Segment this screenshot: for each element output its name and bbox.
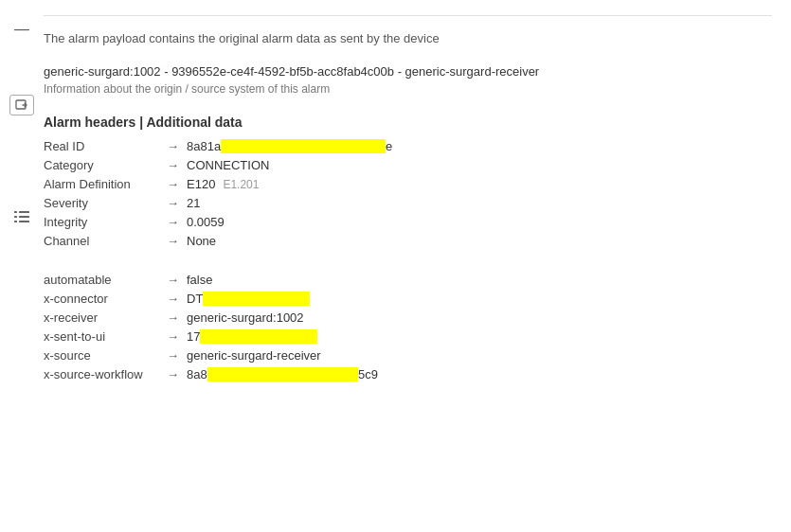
arrow-category: → [167, 158, 179, 172]
field-value-category: CONNECTION [187, 158, 269, 172]
x-connector-prefix: DT [187, 292, 203, 306]
arrow-real-id: → [167, 139, 179, 153]
arrow-x-sent-to-ui: → [167, 329, 179, 344]
x-source-workflow-suffix: 5c9 [358, 367, 378, 381]
x-source-workflow-prefix: 8a8 [187, 367, 207, 381]
field-value-x-receiver: generic-surgard:1002 [187, 310, 304, 325]
svg-rect-5 [14, 221, 17, 222]
field-label-x-source: x-source [44, 348, 167, 363]
field-label-integrity: Integrity [44, 215, 167, 229]
field-value-severity: 21 [187, 196, 200, 210]
arrow-automatable: → [167, 273, 179, 287]
field-value-x-source-workflow: 8a8 5c9 [187, 367, 378, 381]
svg-rect-2 [19, 211, 29, 213]
x-sent-highlight [200, 329, 316, 344]
x-connector-highlight [203, 292, 309, 306]
svg-rect-3 [14, 216, 17, 218]
field-value-x-connector: DT [187, 292, 310, 306]
arrow-x-source-workflow: → [167, 367, 179, 381]
arrow-x-source: → [167, 348, 179, 363]
field-label-x-source-workflow: x-source-workflow [44, 367, 167, 381]
field-value-integrity: 0.0059 [187, 215, 225, 229]
field-label-severity: Severity [44, 196, 167, 210]
real-id-prefix: 8a81a [187, 139, 221, 153]
headers-title: Alarm headers | Additional data [44, 115, 772, 130]
field-value-automatable: false [187, 273, 212, 287]
alarm-payload-text: The alarm payload contains the original … [44, 26, 772, 45]
field-value-alarm-def: E120 [187, 177, 215, 191]
field-value-x-source: generic-surgard-receiver [187, 348, 321, 363]
x-sent-prefix: 17 [187, 329, 200, 344]
field-label-real-id: Real ID [44, 139, 167, 153]
field-label-x-sent-to-ui: x-sent-to-ui [44, 329, 167, 344]
field-row-real-id: Real ID → 8a81a e [44, 139, 772, 153]
field-row-x-connector: x-connector → DT [44, 292, 772, 306]
field-label-channel: Channel [44, 234, 167, 248]
arrow-severity: → [167, 196, 179, 210]
arrow-channel: → [167, 234, 179, 248]
field-label-alarm-def: Alarm Definition [44, 177, 167, 191]
field-label-automatable: automatable [44, 273, 167, 287]
field-value-channel: None [187, 234, 216, 248]
arrow-integrity: → [167, 215, 179, 229]
real-id-suffix: e [386, 139, 392, 153]
alarm-payload-section: The alarm payload contains the original … [44, 26, 772, 45]
arrow-x-receiver: → [167, 310, 179, 325]
alarm-def-extra: E1.201 [223, 178, 259, 191]
arrow-alarm-def: → [167, 177, 179, 191]
source-icon [9, 95, 34, 115]
source-info: Information about the origin / source sy… [44, 82, 772, 96]
field-row-integrity: Integrity → 0.0059 [44, 215, 772, 229]
field-row-channel: Channel → None [44, 234, 772, 248]
arrow-x-connector: → [167, 292, 179, 306]
list-icon[interactable] [14, 210, 29, 227]
real-id-highlight [221, 139, 386, 153]
field-row-x-sent-to-ui: x-sent-to-ui → 17 [44, 329, 772, 344]
headers-section: Alarm headers | Additional data Real ID … [44, 115, 772, 248]
field-row-alarm-definition: Alarm Definition → E120 E1.201 [44, 177, 772, 191]
svg-rect-6 [19, 221, 29, 222]
field-row-x-source-workflow: x-source-workflow → 8a8 5c9 [44, 367, 772, 381]
additional-section: automatable → false x-connector → DT x-r… [44, 273, 772, 381]
svg-rect-4 [19, 216, 29, 218]
field-label-x-connector: x-connector [44, 292, 167, 306]
field-row-automatable: automatable → false [44, 273, 772, 287]
collapse-icon[interactable]: — [14, 21, 29, 38]
field-value-real-id: 8a81a e [187, 139, 392, 153]
field-row-x-source: x-source → generic-surgard-receiver [44, 348, 772, 363]
field-label-category: Category [44, 158, 167, 172]
field-label-x-receiver: x-receiver [44, 310, 167, 325]
source-line: generic-surgard:1002 - 9396552e-ce4f-459… [44, 64, 772, 79]
source-section: generic-surgard:1002 - 9396552e-ce4f-459… [44, 64, 772, 96]
field-row-category: Category → CONNECTION [44, 158, 772, 172]
field-row-x-receiver: x-receiver → generic-surgard:1002 [44, 310, 772, 325]
x-source-workflow-highlight [207, 367, 358, 381]
svg-rect-1 [14, 211, 17, 213]
field-row-severity: Severity → 21 [44, 196, 772, 210]
field-value-x-sent-to-ui: 17 [187, 329, 317, 344]
